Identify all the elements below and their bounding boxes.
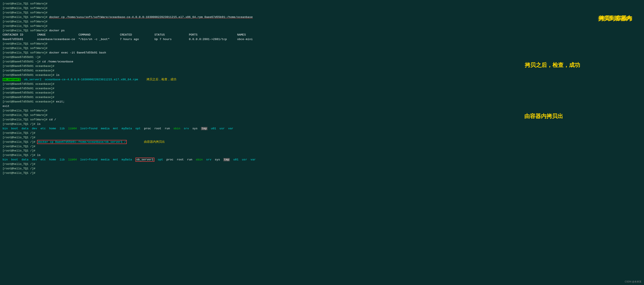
annotation-copy-to-container-display: 拷贝到容器内 <box>599 14 632 22</box>
csdn-watermark: CSDN @未来某 <box>625 280 642 283</box>
line-21: [root@0aee67d55b91 oceanbase]# <box>2 91 642 95</box>
ls-root-output-2: bin boot data dev etc home lib lib64 los… <box>2 158 642 162</box>
line-22: [root@0aee67d55b91 oceanbase]# <box>2 95 642 100</box>
line-2: [root@hello_TQ1 softWare]# <box>2 6 642 11</box>
docker-ps-row: 0aee67d55b91 oceanbase/oceanbase-ce "/bi… <box>2 37 642 42</box>
line-4: [root@hello_TQ1 softWare]# docker cp /ho… <box>2 15 642 20</box>
line-3: [root@hello_TQ1 softWare]# <box>2 11 642 15</box>
line-12: [root@hello_TQ1 softWare]# docker exec -… <box>2 51 642 55</box>
line-24: exit <box>2 104 642 109</box>
annotation-copy-from-container: 由容器内拷贝出 <box>524 112 563 120</box>
line-7: [root@hello_TQ1 softWare]# docker ps <box>2 28 642 33</box>
line-23: [root@0aee67d55b91 oceanbase]# exit; <box>2 100 642 104</box>
line-17: [root@0aee67d55b91 oceanbase]# ls <box>2 73 642 78</box>
ls-output-1: ob_server1 ob_server2 oceanbase-ce-4.0.0… <box>2 78 642 82</box>
line-35: [root@hello_TQ1 /]# ls <box>2 153 642 158</box>
line-5: [root@hello_TQ1 softWare]# <box>2 20 642 24</box>
line-6: [root@hello_TQ1 softWare]# <box>2 24 642 28</box>
line-13: [root@0aee67d55b91 ~]# <box>2 55 642 60</box>
terminal: 拷贝到容器内 拷贝之后，检查，成功 由容器内拷贝出 [root@hello_TQ… <box>0 0 644 285</box>
line-19: [root@0aee67d55b91 oceanbase]# <box>2 82 642 86</box>
annotation-copy-check: 拷贝之后，检查，成功 <box>525 61 580 69</box>
line-34: [root@hello_TQ1 /]# <box>2 149 642 153</box>
ls-root-output: bin boot data dev etc home lib lib64 los… <box>2 126 642 131</box>
line-30: [root@hello_TQ1 /]# <box>2 131 642 136</box>
terminal-content: [root@hello_TQ1 softWare]# [root@hello_T… <box>2 2 642 176</box>
docker-ps-header: CONTAINER ID IMAGE COMMAND CREATED STATU… <box>2 33 642 37</box>
line-37: [root@hello_TQ1 /]# <box>2 162 642 166</box>
line-16: [root@0aee67d55b91 oceanbase]# <box>2 68 642 73</box>
line-28: [root@hello_TQ1 /]# ls <box>2 122 642 126</box>
line-10: [root@hello_TQ1 softWare]# <box>2 42 642 46</box>
line-11: [root@hello_TQ1 softWare]# <box>2 46 642 51</box>
line-32: [root@hello_TQ1 /]# docker cp 0aee67d55b… <box>2 140 642 144</box>
line-20: [root@0aee67d55b91 oceanbase]# <box>2 86 642 91</box>
line-38: [root@hello_TQ1 /]# <box>2 166 642 171</box>
line-1: [root@hello_TQ1 softWare]# <box>2 2 642 6</box>
line-31: [root@hello_TQ1 /]# <box>2 136 642 140</box>
line-39: [root@hello_TQ1 /]# <box>2 171 642 176</box>
line-33: [root@hello_TQ1 /]# <box>2 144 642 149</box>
